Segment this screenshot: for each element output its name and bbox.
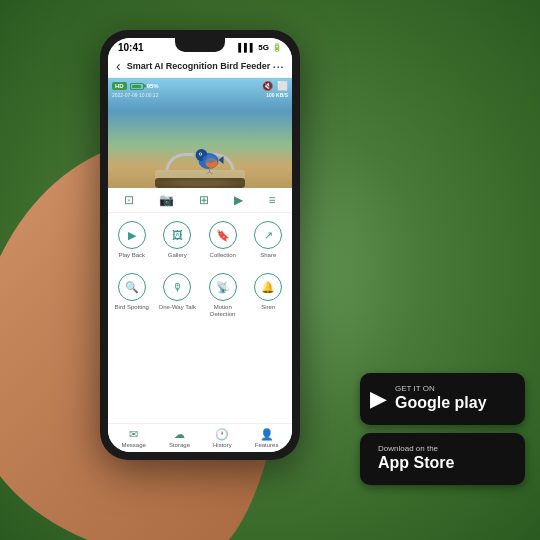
scene: 10:41 ▌▌▌ 5G 🔋 ‹ Smart AI Recognition Bi… [0,0,540,540]
phone-notch [175,38,225,52]
control-grid-icon[interactable]: ⊞ [199,193,209,207]
svg-marker-7 [219,156,224,164]
func-playback[interactable]: ▶ Play Back [110,217,154,263]
google-play-icon: ▶ [370,386,387,412]
bird-spotting-label: Bird Spotting [115,304,149,311]
control-video-icon[interactable]: ▶ [234,193,243,207]
share-label: Share [260,252,276,259]
history-icon: 🕐 [215,428,229,441]
func-siren[interactable]: 🔔 Siren [247,269,291,322]
features-label: Features [255,442,279,448]
fullscreen-icon[interactable]: ⬜ [277,81,288,91]
history-label: History [213,442,232,448]
video-timestamp: 2022-07-09 10:00:12 [112,92,158,98]
nav-history[interactable]: 🕐 History [213,428,232,448]
siren-icon: 🔔 [261,281,275,294]
more-menu-button[interactable]: ··· [272,58,284,74]
motion-label: Motion Detection [203,304,243,318]
talk-icon: 🎙 [172,281,183,293]
talk-label: One-Way Talk [159,304,196,311]
hd-badge: HD [112,82,127,90]
control-camera-icon[interactable]: 📷 [159,193,174,207]
feeder-seeds [155,178,245,188]
gallery-label: Gallery [168,252,187,259]
nav-features[interactable]: 👤 Features [255,428,279,448]
svg-line-9 [207,172,210,174]
functions-row2: 🔍 Bird Spotting 🎙 One-Way Talk 📡 Motion … [108,267,292,326]
control-menu-icon[interactable]: ≡ [268,193,275,207]
func-one-way-talk[interactable]: 🎙 One-Way Talk [156,269,200,322]
google-play-text: GET IT ON Google play [395,385,487,412]
collection-icon: 🔖 [216,229,230,242]
func-motion-detection[interactable]: 📡 Motion Detection [201,269,245,322]
battery-percent: 95% [147,83,159,89]
store-buttons: ▶ GET IT ON Google play Download on the … [360,373,525,485]
video-controls: 🔇 ⬜ [262,81,288,91]
svg-marker-3 [193,154,196,156]
nav-message[interactable]: ✉ Message [122,428,146,448]
battery-indicator [130,83,144,90]
svg-point-5 [200,153,202,155]
app-store-main: App Store [378,453,454,472]
phone: 10:41 ▌▌▌ 5G 🔋 ‹ Smart AI Recognition Bi… [100,30,300,460]
gallery-icon: 🖼 [172,229,183,241]
func-share[interactable]: ↗ Share [247,217,291,263]
bird-scene [108,113,292,188]
app-header: ‹ Smart AI Recognition Bird Feeder ··· [108,55,292,78]
status-time: 10:41 [118,42,144,53]
features-icon: 👤 [260,428,274,441]
bottom-nav: ✉ Message ☁ Storage 🕐 History 👤 Features [108,423,292,452]
app-store-button[interactable]: Download on the App Store [360,433,525,485]
mute-icon[interactable]: 🔇 [262,81,273,91]
google-play-main: Google play [395,393,487,412]
bird-svg [192,144,227,174]
storage-icon: ☁ [174,428,185,441]
message-icon: ✉ [129,428,138,441]
siren-label: Siren [261,304,275,311]
motion-icon: 📡 [216,281,230,294]
video-speed: 100 KB/S [266,92,288,98]
phone-screen: 10:41 ▌▌▌ 5G 🔋 ‹ Smart AI Recognition Bi… [108,38,292,452]
playback-icon: ▶ [128,229,136,242]
svg-point-6 [203,155,217,163]
share-icon: ↗ [264,229,273,242]
google-play-sub: GET IT ON [395,385,487,393]
func-collection[interactable]: 🔖 Collection [201,217,245,263]
collection-label: Collection [210,252,236,259]
func-bird-spotting[interactable]: 🔍 Bird Spotting [110,269,154,322]
google-play-button[interactable]: ▶ GET IT ON Google play [360,373,525,425]
network-type: 5G [258,43,269,52]
battery-icon: 🔋 [272,43,282,52]
functions-row1: ▶ Play Back 🖼 Gallery 🔖 Collection ↗ Sha… [108,213,292,267]
message-label: Message [122,442,146,448]
nav-storage[interactable]: ☁ Storage [169,428,190,448]
app-title: Smart AI Recognition Bird Feeder [127,61,273,71]
video-area[interactable]: HD 95% 🔇 ⬜ 2022-07-09 10:00:12 100 KB/S [108,78,292,188]
svg-line-10 [210,172,213,174]
control-scan-icon[interactable]: ⊡ [124,193,134,207]
video-top-bar: HD 95% 🔇 ⬜ [112,81,288,91]
playback-label: Play Back [118,252,145,259]
app-store-text: Download on the App Store [378,445,454,472]
func-gallery[interactable]: 🖼 Gallery [156,217,200,263]
back-button[interactable]: ‹ [116,58,121,74]
bird-spotting-icon: 🔍 [125,281,139,294]
app-store-sub: Download on the [378,445,454,453]
storage-label: Storage [169,442,190,448]
controls-bar: ⊡ 📷 ⊞ ▶ ≡ [108,188,292,213]
status-icons: ▌▌▌ 5G 🔋 [238,43,282,52]
signal-icon: ▌▌▌ [238,43,255,52]
